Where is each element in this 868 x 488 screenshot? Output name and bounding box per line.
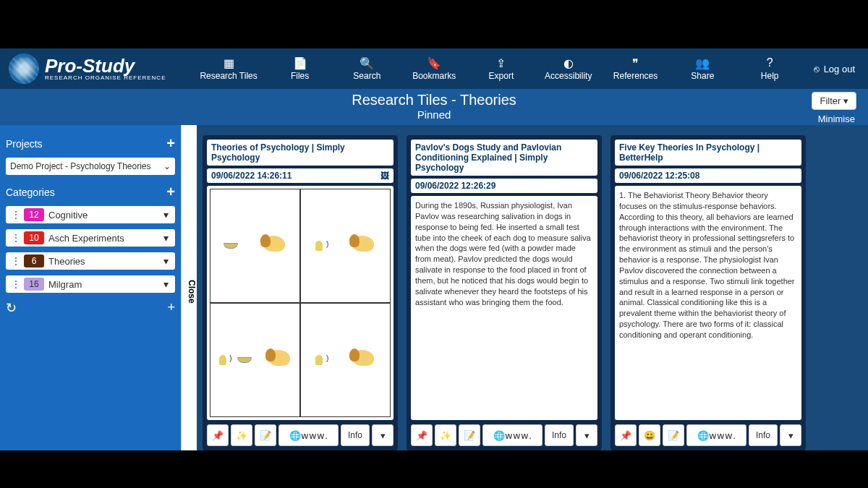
category-count: 6 — [24, 254, 44, 267]
categories-label: Categories — [6, 187, 55, 198]
help-icon: ? — [745, 56, 794, 69]
top-bar: Pro-Study RESEARCH ORGANISE REFERENCE ▦R… — [0, 48, 868, 89]
tile-date: 09/06/2022 12:26:29 — [411, 179, 597, 193]
more-button[interactable]: ▾ — [780, 424, 801, 446]
nav-accessibility[interactable]: ◐Accessibility — [542, 53, 595, 84]
image-type-icon: 🖼 — [380, 171, 389, 181]
more-button[interactable]: ▾ — [372, 424, 393, 446]
category-asch[interactable]: ⋮ 10 Asch Experiments ▾ — [6, 229, 175, 247]
refresh-button[interactable]: ↻ — [6, 300, 17, 316]
tile-title[interactable]: Pavlov's Dogs Study and Pavlovian Condit… — [411, 140, 597, 176]
accessibility-icon: ◐ — [544, 56, 593, 69]
drag-handle-icon[interactable]: ⋮ — [8, 255, 24, 267]
info-button[interactable]: Info — [749, 424, 778, 446]
url-button[interactable]: 🌐ᴡᴡᴡ. — [278, 424, 339, 446]
category-menu-button[interactable]: ▾ — [159, 209, 173, 221]
research-tile: Theories of Psychology | Simply Psycholo… — [203, 135, 398, 450]
globe-icon — [9, 53, 39, 84]
info-button[interactable]: Info — [341, 424, 370, 446]
project-selected: Demo Project - Psychology Theories — [10, 161, 151, 171]
file-icon: 📄 — [276, 56, 325, 69]
sidebar: Projects + Demo Project - Psychology The… — [0, 125, 181, 450]
research-tile: Five Key Theories In Psychology | Better… — [610, 135, 806, 450]
category-cognitive[interactable]: ⋮ 12 Cognitive ▾ — [6, 206, 175, 223]
category-count: 16 — [24, 278, 44, 291]
export-icon: ⇪ — [477, 56, 526, 69]
tile-title[interactable]: Five Key Theories In Psychology | Better… — [615, 140, 801, 166]
drag-handle-icon[interactable]: ⋮ — [8, 232, 24, 244]
add-project-button[interactable]: + — [166, 135, 175, 152]
category-label: Milgram — [48, 279, 159, 290]
category-theories[interactable]: ⋮ 6 Theories ▾ — [6, 252, 175, 270]
category-menu-button[interactable]: ▾ — [159, 232, 173, 244]
close-sidebar-button[interactable]: Close — [181, 125, 197, 450]
brand-logo: Pro-Study RESEARCH ORGANISE REFERENCE — [3, 53, 191, 84]
nav-help[interactable]: ?Help — [744, 53, 796, 84]
main-nav: ▦Research Tiles 📄Files 🔍Search 🔖Bookmark… — [191, 53, 804, 84]
projects-label: Projects — [6, 138, 43, 150]
highlight-button[interactable]: ✨ — [435, 424, 456, 446]
share-icon: 👥 — [678, 56, 727, 69]
highlight-button[interactable]: ✨ — [231, 424, 252, 446]
nav-search[interactable]: 🔍Search — [341, 53, 393, 84]
minimise-button[interactable]: Minimise — [818, 114, 855, 124]
add-category-button[interactable]: + — [166, 184, 175, 200]
drag-handle-icon[interactable]: ⋮ — [8, 278, 24, 290]
tile-text-body: 1. The Behaviorist Theory Behavior theor… — [615, 186, 801, 420]
category-label: Cognitive — [48, 210, 159, 221]
tiles-icon: ▦ — [200, 56, 257, 69]
brand-subtitle: RESEARCH ORGANISE REFERENCE — [45, 75, 166, 81]
category-label: Theories — [48, 256, 159, 267]
nav-export[interactable]: ⇪Export — [475, 53, 527, 84]
tile-actions: 📌 ✨ 📝 🌐ᴡᴡᴡ. Info ▾ — [411, 424, 597, 446]
nav-bookmarks[interactable]: 🔖Bookmarks — [408, 53, 460, 84]
tile-actions: 📌 😀 📝 🌐ᴡᴡᴡ. Info ▾ — [615, 424, 801, 446]
notes-button[interactable]: 📝 — [255, 424, 276, 446]
app-root: Pro-Study RESEARCH ORGANISE REFERENCE ▦R… — [0, 48, 868, 450]
bookmark-icon: 🔖 — [409, 56, 459, 69]
emoji-button[interactable]: 😀 — [639, 424, 660, 446]
tile-title[interactable]: Theories of Psychology | Simply Psycholo… — [207, 140, 393, 166]
category-count: 10 — [24, 231, 44, 244]
url-button[interactable]: 🌐ᴡᴡᴡ. — [482, 424, 542, 446]
pin-button[interactable]: 📌 — [207, 424, 229, 446]
nav-research-tiles[interactable]: ▦Research Tiles — [198, 53, 258, 84]
pinned-label: Pinned — [7, 108, 861, 121]
tiles-container: Theories of Psychology | Simply Psycholo… — [197, 125, 868, 450]
sub-header: Research Tiles - Theories Pinned Filter … — [0, 89, 868, 125]
category-menu-button[interactable]: ▾ — [159, 278, 173, 290]
notes-button[interactable]: 📝 — [459, 424, 480, 446]
tile-actions: 📌 ✨ 📝 🌐ᴡᴡᴡ. Info ▾ — [207, 424, 393, 446]
add-button[interactable]: + — [167, 300, 175, 316]
tile-date: 09/06/2022 14:26:11 🖼 — [207, 168, 393, 183]
drag-handle-icon[interactable]: ⋮ — [8, 209, 24, 221]
category-milgram[interactable]: ⋮ 16 Milgram ▾ — [6, 275, 175, 293]
tile-image-body — [207, 186, 393, 420]
logout-button[interactable]: ⎋ Log out — [804, 64, 865, 74]
search-icon: 🔍 — [342, 56, 391, 69]
logout-icon: ⎋ — [814, 64, 820, 74]
category-count: 12 — [24, 208, 44, 221]
more-button[interactable]: ▾ — [576, 424, 597, 446]
chevron-down-icon: ⌄ — [163, 161, 171, 171]
category-label: Asch Experiments — [48, 233, 159, 244]
category-menu-button[interactable]: ▾ — [159, 255, 173, 267]
url-button[interactable]: 🌐ᴡᴡᴡ. — [686, 424, 746, 446]
info-button[interactable]: Info — [545, 424, 574, 446]
tile-text-body: During the 1890s, Russian physiologist, … — [411, 196, 597, 420]
references-icon: ❞ — [611, 56, 660, 69]
pin-button[interactable]: 📌 — [615, 424, 637, 446]
main-body: Projects + Demo Project - Psychology The… — [0, 125, 868, 450]
nav-references[interactable]: ❞References — [610, 53, 662, 84]
nav-share[interactable]: 👥Share — [676, 53, 728, 84]
filter-button[interactable]: Filter ▾ — [812, 92, 856, 110]
research-tile: Pavlov's Dogs Study and Pavlovian Condit… — [407, 135, 602, 450]
project-select[interactable]: Demo Project - Psychology Theories ⌄ — [6, 158, 175, 175]
notes-button[interactable]: 📝 — [663, 424, 684, 446]
nav-files[interactable]: 📄Files — [274, 53, 326, 84]
pin-button[interactable]: 📌 — [411, 424, 433, 446]
brand-title: Pro-Study — [45, 56, 166, 75]
tile-date: 09/06/2022 12:25:08 — [615, 168, 801, 183]
page-title: Research Tiles - Theories — [7, 92, 861, 108]
